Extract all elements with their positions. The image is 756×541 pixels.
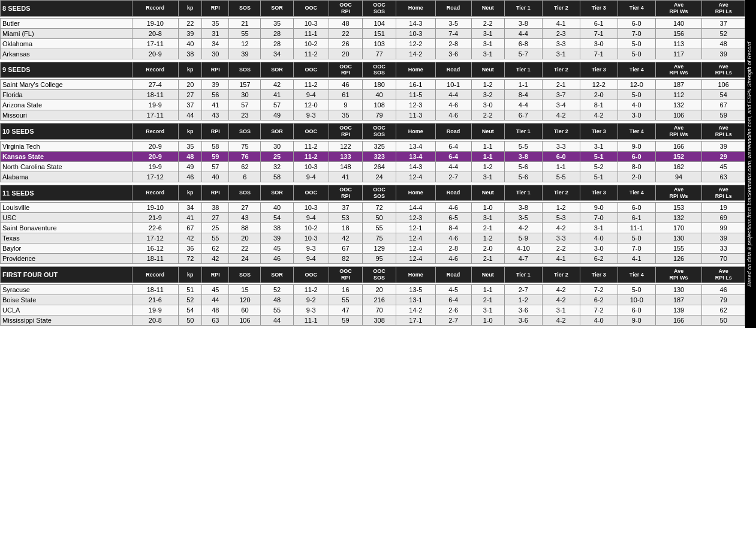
stat-cell: 9 — [329, 100, 362, 110]
section-header-cell: 10 SEEDS — [1, 124, 132, 140]
stat-cell: 54 — [179, 305, 202, 315]
stat-cell: 75 — [229, 141, 261, 151]
stat-cell: 3-1 — [471, 28, 504, 38]
stat-cell: 4-2 — [580, 110, 618, 121]
stat-cell: 12-3 — [396, 100, 435, 110]
section-header-cell: kp — [179, 62, 202, 78]
section-header-cell: OOCRPI — [329, 124, 362, 140]
stat-cell: 67 — [329, 244, 362, 254]
table-row: Saint Mary's College27-420391574211-2461… — [1, 80, 745, 90]
stat-cell: 57 — [202, 161, 229, 172]
stat-cell: 8-4 — [504, 90, 542, 100]
stat-cell: 2-7 — [435, 172, 471, 182]
stat-cell: 4-5 — [435, 284, 471, 294]
table-row: Virginia Tech20-93558753011-212232513-46… — [1, 141, 745, 151]
section-header-cell: OOC — [293, 62, 329, 78]
table-row: Louisville19-103438274010-3377214-44-61-… — [1, 203, 745, 213]
stat-cell: 3-0 — [580, 244, 618, 254]
stat-cell: 31 — [202, 28, 229, 38]
section-header-cell: FIRST FOUR OUT — [1, 267, 132, 283]
stat-cell: 9-4 — [293, 172, 329, 182]
section-header-cell: AveRPI Ls — [702, 1, 745, 17]
stat-cell: 1-2 — [542, 203, 580, 213]
stat-cell: 56 — [202, 90, 229, 100]
stat-cell: 77 — [363, 49, 396, 59]
stat-cell: 2-1 — [542, 80, 580, 90]
stat-cell: 59 — [702, 110, 745, 121]
stat-cell: 45 — [261, 244, 293, 254]
stat-cell: 12-2 — [580, 80, 618, 90]
stat-cell: 3-5 — [435, 18, 471, 28]
stat-cell: 41 — [179, 213, 202, 223]
table-row: USC21-9412743549-4535012-36-53-13-55-37-… — [1, 213, 745, 223]
stat-cell: 7-2 — [580, 284, 618, 294]
team-name-cell: Saint Mary's College — [1, 80, 132, 90]
section-header-row: 10 SEEDSRecordkpRPISOSSOROOCOOCRPIOOCSOS… — [1, 124, 745, 140]
stat-cell: 166 — [655, 141, 702, 151]
team-name-cell: Arkansas — [1, 49, 132, 59]
section-header-cell: Tier 4 — [618, 267, 655, 283]
section-header-cell: Tier 4 — [618, 1, 655, 17]
stat-cell: 1-1 — [542, 161, 580, 172]
stat-cell: 3-8 — [504, 18, 542, 28]
section-header-cell: Record — [132, 267, 179, 283]
stat-cell: 155 — [655, 244, 702, 254]
section-header-cell: 11 SEEDS — [1, 185, 132, 201]
section-header-cell: SOR — [261, 1, 293, 17]
stat-cell: 3-0 — [580, 38, 618, 49]
stat-cell: 46 — [261, 254, 293, 264]
stat-cell: 27 — [179, 90, 202, 100]
stat-cell: 5-1 — [580, 172, 618, 182]
stat-cell: 6-4 — [435, 294, 471, 305]
section-header-cell: Neut — [471, 1, 504, 17]
section-header-cell: Record — [132, 1, 179, 17]
section-header-cell: Tier 4 — [618, 185, 655, 201]
team-name-cell: Florida — [1, 90, 132, 100]
stat-cell: 7-0 — [580, 213, 618, 223]
stat-cell: 3-6 — [504, 305, 542, 315]
stat-cell: 59 — [329, 315, 362, 325]
stat-cell: 148 — [329, 161, 362, 172]
stat-cell: 79 — [702, 294, 745, 305]
team-name-cell: Virginia Tech — [1, 141, 132, 151]
stat-cell: 139 — [655, 305, 702, 315]
stat-cell: 18-11 — [132, 254, 179, 264]
section-header-cell: 8 SEEDS — [1, 1, 132, 17]
table-row: Miami (FL)20-83931552811-12215110-37-43-… — [1, 28, 745, 38]
table-row: North Carolina State19-94957623210-31482… — [1, 161, 745, 172]
stat-cell: 70 — [363, 305, 396, 315]
stat-cell: 112 — [655, 90, 702, 100]
stat-cell: 4-4 — [504, 28, 542, 38]
stat-cell: 58 — [202, 141, 229, 151]
stat-cell: 7-1 — [580, 49, 618, 59]
stat-cell: 35 — [261, 18, 293, 28]
stat-cell: 35 — [202, 18, 229, 28]
stat-cell: 129 — [363, 244, 396, 254]
stat-cell: 12-4 — [396, 254, 435, 264]
stat-cell: 30 — [202, 49, 229, 59]
stat-cell: 6-0 — [618, 305, 655, 315]
stat-cell: 9-4 — [293, 213, 329, 223]
stat-cell: 132 — [655, 100, 702, 110]
stat-cell: 42 — [179, 233, 202, 244]
stat-cell: 1-1 — [471, 141, 504, 151]
stat-cell: 11-2 — [293, 49, 329, 59]
section-header-cell: Home — [396, 185, 435, 201]
stat-cell: 11-1 — [618, 223, 655, 233]
stat-cell: 8-4 — [435, 223, 471, 233]
stat-cell: 48 — [202, 305, 229, 315]
stat-cell: 7-0 — [618, 28, 655, 38]
section-header-cell: kp — [179, 185, 202, 201]
table-row: Arkansas20-93830393411-2207714-23-63-15-… — [1, 49, 745, 59]
stat-cell: 37 — [179, 100, 202, 110]
stat-cell: 5-0 — [618, 38, 655, 49]
stat-cell: 54 — [261, 213, 293, 223]
stat-cell: 10-3 — [396, 28, 435, 38]
stat-cell: 48 — [702, 38, 745, 49]
stat-cell: 3-1 — [471, 213, 504, 223]
section-header-row: 11 SEEDSRecordkpRPISOSSOROOCOOCRPIOOCSOS… — [1, 185, 745, 201]
side-label: Based on data & projections from bracket… — [745, 0, 756, 328]
stat-cell: 19 — [702, 203, 745, 213]
stat-cell: 3-7 — [542, 90, 580, 100]
stat-cell: 264 — [363, 161, 396, 172]
